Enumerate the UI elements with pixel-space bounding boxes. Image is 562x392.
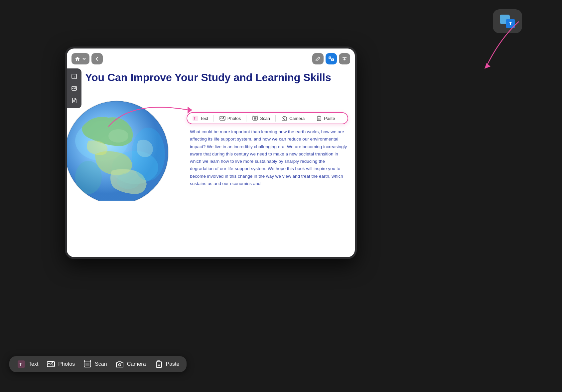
text-tool-icon: T <box>192 115 198 121</box>
sidebar-text-tool[interactable]: T <box>69 71 79 82</box>
svg-point-39 <box>118 364 121 366</box>
globe-image <box>67 88 192 197</box>
toolbar-divider-2 <box>246 115 246 122</box>
inline-photos-icon <box>219 115 226 122</box>
svg-text:T: T <box>332 59 333 61</box>
translate-icon-front: T <box>506 19 515 28</box>
svg-text:T: T <box>329 57 330 59</box>
bottom-text-icon: T <box>17 359 26 369</box>
svg-text:T: T <box>19 362 22 367</box>
svg-point-23 <box>223 117 224 118</box>
paste-tool-icon <box>316 115 322 121</box>
bottom-photos-tool-icon <box>47 360 55 368</box>
translate-device-icon: T T <box>328 56 334 62</box>
svg-point-18 <box>117 172 140 189</box>
image-icon <box>71 85 77 91</box>
translate-device-button[interactable]: T T <box>326 53 337 64</box>
sidebar-image-tool[interactable] <box>69 83 79 94</box>
bottom-text-button[interactable]: T Text <box>17 359 38 369</box>
bottom-scan-label: Scan <box>95 361 107 367</box>
inline-camera-label: Camera <box>289 116 305 121</box>
inline-text-label: Text <box>200 116 208 121</box>
scan-tool-icon <box>252 115 258 121</box>
svg-point-16 <box>75 161 102 194</box>
home-icon <box>75 56 80 61</box>
inline-scan-icon <box>252 115 258 122</box>
bottom-photos-button[interactable]: Photos <box>46 359 75 369</box>
camera-tool-icon <box>281 115 287 121</box>
inline-scan-button[interactable]: Scan <box>252 115 270 122</box>
left-sidebar: T <box>67 68 81 108</box>
inline-paste-button[interactable]: Paste <box>316 115 335 122</box>
export-button[interactable] <box>339 53 350 64</box>
export-icon <box>342 56 347 61</box>
toolbar-left <box>71 53 103 64</box>
inline-camera-button[interactable]: Camera <box>281 115 305 122</box>
doc-icon <box>71 97 77 103</box>
toolbar-right: T T <box>312 53 350 64</box>
inline-photos-label: Photos <box>227 116 241 121</box>
bottom-scan-button[interactable]: Scan <box>83 359 107 369</box>
body-text: What could be more important than learni… <box>190 128 348 187</box>
bottom-camera-label: Camera <box>127 361 146 367</box>
device-screen: T T T <box>67 49 355 257</box>
svg-point-17 <box>108 129 128 143</box>
photos-tool-icon <box>219 115 225 121</box>
bottom-paste-label: Paste <box>166 361 180 367</box>
chevron-down-icon <box>82 57 86 61</box>
pencil-icon <box>315 56 321 61</box>
svg-text:T: T <box>194 117 196 120</box>
sidebar-doc-tool[interactable] <box>69 95 79 106</box>
back-icon <box>94 56 100 61</box>
device-frame: T T T <box>65 47 357 259</box>
page-title: You Can Improve Your Study and Learning … <box>85 68 345 84</box>
back-button[interactable] <box>91 53 103 64</box>
device-toolbar: T T <box>71 53 350 64</box>
toolbar-divider-4 <box>310 115 310 122</box>
svg-rect-29 <box>317 117 321 121</box>
svg-marker-0 <box>485 63 491 69</box>
bottom-paste-tool-icon <box>154 360 163 368</box>
globe-svg <box>67 88 188 201</box>
bottom-camera-icon <box>115 359 124 369</box>
svg-text:T: T <box>73 75 75 78</box>
inline-paste-label: Paste <box>324 116 335 121</box>
translate-floating-button[interactable]: T <box>493 9 522 33</box>
toolbar-divider-3 <box>275 115 276 122</box>
inline-scan-label: Scan <box>260 116 270 121</box>
bottom-camera-button[interactable]: Camera <box>115 359 146 369</box>
svg-point-8 <box>75 87 76 88</box>
bottom-photos-label: Photos <box>58 361 75 367</box>
translate-button-icon: T <box>500 15 515 28</box>
svg-point-28 <box>283 118 285 120</box>
bottom-text-tool-icon: T <box>17 360 26 368</box>
inline-text-button[interactable]: T Text <box>192 115 208 122</box>
bottom-paste-button[interactable]: Paste <box>154 359 180 369</box>
inline-photos-button[interactable]: Photos <box>219 115 241 122</box>
bottom-scan-icon <box>83 359 92 369</box>
svg-rect-40 <box>156 362 162 367</box>
inline-text-icon: T <box>192 115 199 122</box>
svg-point-34 <box>52 362 53 363</box>
bottom-toolbar: T Text Photos Scan <box>9 356 187 372</box>
inline-paste-icon <box>316 115 322 122</box>
inline-toolbar: T Text Photos <box>187 112 348 124</box>
bottom-photos-icon <box>46 359 56 369</box>
toolbar-divider-1 <box>213 115 214 122</box>
bottom-scan-tool-icon <box>83 360 92 368</box>
bottom-text-label: Text <box>29 361 38 367</box>
text-icon: T <box>71 73 77 79</box>
bottom-paste-icon <box>154 359 163 369</box>
home-button[interactable] <box>71 53 89 64</box>
inline-camera-icon <box>281 115 288 122</box>
edit-button[interactable] <box>312 53 324 64</box>
bottom-camera-tool-icon <box>115 360 124 368</box>
